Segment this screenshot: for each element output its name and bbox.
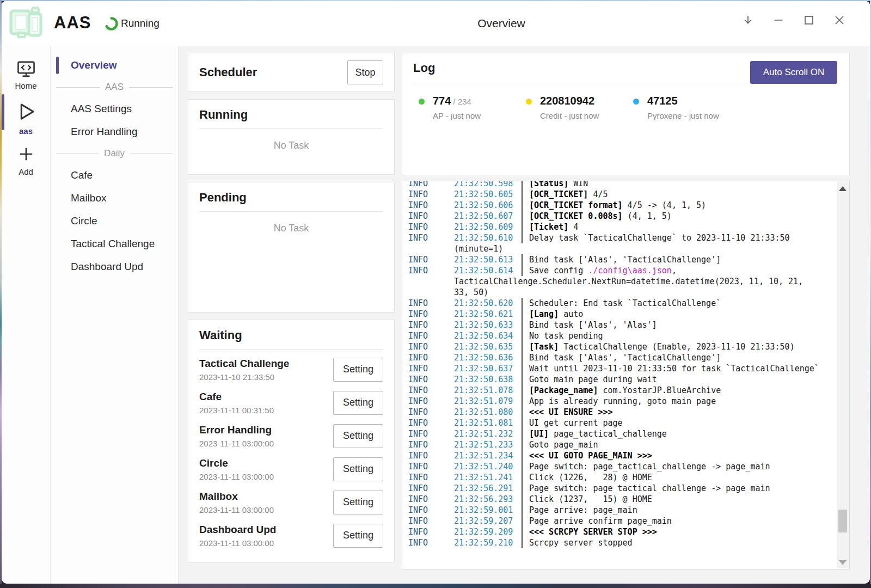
log-line: INFO21:32:50.634No task pending — [408, 330, 833, 341]
log-title: Log — [413, 61, 435, 75]
log-message-continuation: TacticalChallenge.Scheduler.NextRun=date… — [454, 276, 803, 287]
log-stat: 47125Pyroxene - just now — [633, 95, 740, 120]
log-message: <<< SCRCPY SERVER STOP >>> — [522, 526, 833, 537]
log-scrollbar[interactable] — [837, 182, 849, 568]
log-line: INFO21:32:50.609[Ticket] 4 — [408, 222, 833, 232]
log-message: Page arrive: page_main — [522, 505, 833, 516]
setting-button[interactable]: Setting — [333, 491, 383, 514]
log-message: No task pending — [522, 330, 833, 341]
waiting-task-name: Cafe — [199, 391, 274, 403]
running-card: Running No Task — [188, 99, 395, 175]
stat-label: Credit - just now — [540, 111, 599, 120]
log-timestamp: 21:32:56.293 — [454, 494, 522, 505]
log-message-continuation: (minute=1) — [454, 243, 503, 254]
log-message: Page arrive confirm page_main — [522, 516, 833, 526]
log-level — [408, 287, 454, 298]
download-button[interactable] — [733, 1, 763, 39]
log-line: 33, 50) — [408, 287, 833, 298]
waiting-task-time: 2023-11-11 03:00:00 — [199, 505, 274, 514]
nav-item-cafe[interactable]: Cafe — [51, 164, 178, 187]
rail-item-label: Add — [19, 167, 33, 176]
maximize-button[interactable] — [794, 1, 824, 39]
log-level: INFO — [408, 189, 454, 200]
waiting-title: Waiting — [199, 328, 242, 342]
app-window: AAS Running Overview — [2, 1, 870, 584]
rail-item-home[interactable]: Home — [2, 54, 50, 96]
setting-button[interactable]: Setting — [333, 358, 383, 382]
desktop-edge-bottom — [0, 584, 871, 588]
waiting-task-row: Error Handling2023-11-11 03:00:00Setting — [199, 419, 383, 452]
nav-item-dashboard-upd[interactable]: Dashboard Upd — [51, 255, 178, 278]
close-button[interactable] — [824, 1, 855, 39]
log-message: Click (1226, 28) @ HOME — [522, 472, 833, 483]
log-timestamp: 21:32:50.634 — [454, 330, 522, 341]
waiting-task-time: 2023-11-11 03:00:00 — [199, 439, 274, 448]
waiting-task-row: Dashboard Upd2023-11-11 03:00:00Setting — [199, 519, 383, 552]
setting-button[interactable]: Setting — [333, 457, 383, 481]
log-level: INFO — [408, 483, 454, 494]
log-message: UI get current page — [522, 418, 833, 428]
log-level: INFO — [408, 341, 454, 352]
scrollbar-thumb[interactable] — [838, 510, 847, 532]
log-timestamp: 21:32:50.635 — [454, 341, 522, 352]
log-stat: 774 / 234AP - just now — [419, 95, 526, 120]
rail-item-aas[interactable]: aas — [2, 96, 50, 139]
log-level: INFO — [408, 537, 454, 548]
rail-active-indicator — [2, 94, 4, 130]
nav-item-aas-settings[interactable]: AAS Settings — [51, 97, 178, 120]
nav-item-tactical-challenge[interactable]: Tactical Challenge — [51, 232, 178, 255]
log-line: (minute=1) — [408, 243, 833, 254]
minimize-button[interactable] — [763, 1, 794, 39]
log-line: INFO21:32:51.080<<< UI ENSURE >>> — [408, 407, 833, 418]
log-line: INFO21:32:50.610Delay task `TacticalChal… — [408, 232, 833, 243]
divider-line — [56, 154, 99, 154]
log-panel: INFO21:32:50.598[Status] WININFO21:32:50… — [402, 181, 850, 569]
waiting-task-row: Mailbox2023-11-11 03:00:00Setting — [199, 486, 383, 519]
log-message: [UI] page_tactical_challenge — [522, 428, 833, 439]
setting-button[interactable]: Setting — [333, 391, 383, 415]
nav-item-label: AAS Settings — [71, 103, 132, 115]
log-message: App is already running, goto main page — [522, 396, 833, 407]
setting-button[interactable]: Setting — [333, 424, 383, 448]
log-stats: 774 / 234AP - just now220810942Credit - … — [413, 95, 838, 120]
auto-scroll-button[interactable]: Auto Scroll ON — [750, 61, 837, 84]
close-icon — [833, 14, 846, 27]
stop-button[interactable]: Stop — [347, 60, 383, 84]
log-level: INFO — [408, 516, 454, 526]
waiting-task-info: Error Handling2023-11-11 03:00:00 — [199, 424, 274, 448]
nav-item-overview[interactable]: Overview — [51, 54, 178, 77]
scheduler-card: Scheduler Stop — [188, 53, 395, 92]
nav-item-error-handling[interactable]: Error Handling — [51, 120, 178, 143]
log-level: INFO — [408, 181, 454, 189]
setting-button[interactable]: Setting — [333, 524, 383, 548]
log-message-continuation: 33, 50) — [454, 287, 488, 298]
download-icon — [741, 14, 755, 27]
log-line: INFO21:32:51.078[Package_name] com.Yosta… — [408, 385, 833, 396]
waiting-task-name: Tactical Challenge — [199, 358, 289, 370]
waiting-task-time: 2023-11-10 21:33:50 — [199, 372, 289, 382]
log-timestamp: 21:32:59.207 — [454, 516, 522, 526]
stat-suffix: / 234 — [451, 97, 471, 106]
log-line: INFO21:32:51.233Goto page_main — [408, 439, 833, 450]
log-level: INFO — [408, 439, 454, 450]
log-message: <<< UI ENSURE >>> — [522, 407, 833, 418]
nav-group-label: Daily — [104, 148, 125, 159]
log-timestamp: 21:32:50.637 — [454, 363, 522, 374]
rail-item-add[interactable]: Add — [2, 139, 50, 181]
log-message: Goto main page during wait — [522, 374, 833, 385]
scrollbar-up-arrow-icon[interactable] — [839, 186, 847, 191]
log-stat: 220810942Credit - just now — [526, 95, 633, 120]
nav-item-circle[interactable]: Circle — [51, 210, 178, 232]
log-timestamp: 21:32:59.210 — [454, 537, 522, 548]
log-line: INFO21:32:59.210Scrcpy server stopped — [408, 537, 833, 548]
plus-icon — [16, 144, 36, 164]
log-level: INFO — [408, 374, 454, 385]
scrollbar-down-arrow-icon[interactable] — [839, 560, 847, 565]
nav-item-mailbox[interactable]: Mailbox — [51, 187, 178, 210]
log-level — [408, 276, 454, 287]
log-level: INFO — [408, 352, 454, 363]
waiting-task-row: Tactical Challenge2023-11-10 21:33:50Set… — [199, 353, 383, 386]
log-message: [Package_name] com.YostarJP.BlueArchive — [522, 385, 833, 396]
log-line: INFO21:32:50.606[OCR_TICKET format] 4/5 … — [408, 200, 833, 211]
log-line: INFO21:32:50.638Goto main page during wa… — [408, 374, 833, 385]
